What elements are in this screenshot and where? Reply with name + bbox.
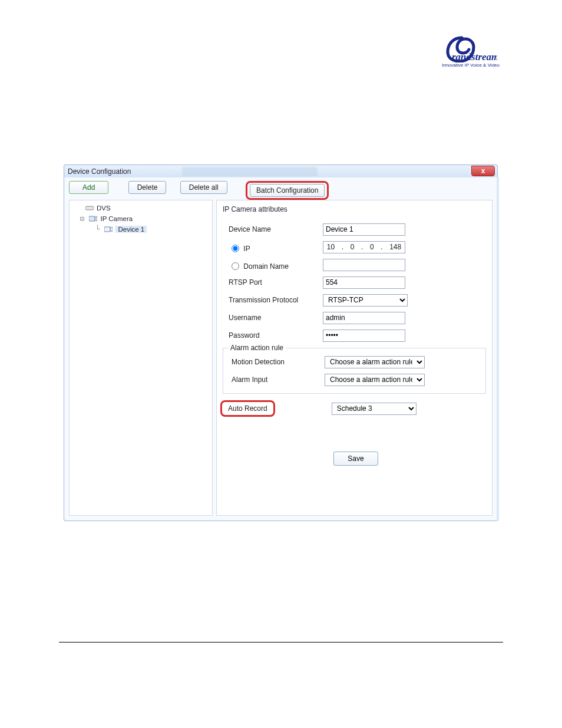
device-name-label: Device Name (223, 225, 323, 233)
grandstream-logo-icon: randstream (444, 34, 497, 62)
tree-branch-icon: └ (95, 225, 104, 233)
device-config-window: Device Configuation x Add Delete Delete … (64, 164, 498, 521)
alarm-legend: Alarm action rule (228, 344, 286, 352)
batch-config-highlight: Batch Configuration (246, 181, 329, 200)
delete-button[interactable]: Delete (128, 181, 167, 194)
delete-all-button[interactable]: Delete all (180, 181, 227, 194)
device-name-input[interactable] (323, 223, 405, 236)
pass-label: Password (223, 331, 323, 340)
proto-label: Transmission Protocol (223, 296, 323, 304)
add-button[interactable]: Add (69, 181, 108, 194)
proto-select[interactable]: RTSP-TCP (323, 294, 408, 307)
footer-rule (59, 642, 503, 643)
domain-input[interactable] (323, 259, 405, 271)
alarmin-label: Alarm Input (228, 375, 325, 384)
attributes-title: IP Camera attributes (223, 205, 486, 213)
tree-node-dvs[interactable]: DVS (72, 203, 210, 213)
domain-label: Domain Name (243, 262, 289, 271)
svg-marker-5 (110, 227, 113, 232)
rtsp-label: RTSP Port (223, 278, 323, 286)
window-edge (497, 177, 499, 521)
window-title: Device Configuation (68, 167, 131, 176)
svg-rect-1 (85, 206, 94, 210)
toolbar: Add Delete Delete all Batch Configuratio… (69, 181, 492, 196)
window-titlebar: Device Configuation x (64, 164, 498, 177)
ip-radio[interactable] (232, 245, 239, 252)
save-button[interactable]: Save (333, 452, 378, 466)
ip-octet-1: 10 (327, 243, 335, 251)
ip-octet-2: 0 (351, 243, 355, 251)
username-input[interactable] (323, 312, 405, 324)
auto-record-select[interactable]: Schedule 3 (332, 403, 416, 415)
close-icon: x (481, 167, 485, 175)
svg-marker-3 (95, 216, 97, 221)
domain-radio-row: Domain Name (223, 259, 323, 271)
alarm-fieldset: Alarm action rule Motion Detection Choos… (223, 348, 486, 394)
alarmin-select[interactable]: Choose a alarm action rule (325, 374, 425, 386)
ip-input[interactable]: 10. 0. 0. 148 (323, 241, 405, 253)
domain-radio[interactable] (232, 262, 239, 270)
brand-tagline: Innovative IP Voice & Video (438, 62, 503, 68)
svg-rect-2 (89, 216, 95, 221)
window-body: Add Delete Delete all Batch Configuratio… (64, 177, 498, 521)
svg-text:randstream: randstream (452, 51, 497, 62)
auto-record-highlight: Auto Record (220, 400, 275, 417)
motion-select[interactable]: Choose a alarm action rule (325, 356, 425, 368)
tree-label: Device 1 (115, 226, 147, 233)
window-close-button[interactable]: x (471, 166, 495, 176)
tree-label: DVS (97, 205, 111, 212)
user-label: Username (223, 314, 323, 322)
password-input[interactable] (323, 330, 405, 342)
ip-octet-4: 148 (389, 243, 401, 251)
tree-node-device1[interactable]: └ Device 1 (72, 224, 210, 235)
dvs-icon (85, 204, 94, 212)
brand-logo: randstream Innovative IP Voice & Video (438, 34, 503, 68)
motion-label: Motion Detection (228, 358, 325, 366)
attributes-panel: IP Camera attributes Device Name IP 10. … (216, 200, 492, 516)
titlebar-blur (182, 167, 318, 176)
device-tree: DVS ⊟ IP Camera └ Device 1 (69, 200, 213, 516)
camera-icon (104, 225, 113, 233)
rtsp-input[interactable] (323, 276, 405, 289)
auto-record-label: Auto Record (228, 404, 267, 413)
ip-radio-row: IP (223, 242, 323, 253)
tree-label: IP Camera (100, 215, 133, 222)
tree-node-ipcamera[interactable]: ⊟ IP Camera (72, 213, 210, 224)
ip-octet-3: 0 (370, 243, 374, 251)
ip-label: IP (243, 245, 250, 253)
svg-rect-4 (104, 227, 110, 232)
batch-config-button[interactable]: Batch Configuration (250, 184, 325, 197)
tree-expander-icon[interactable]: ⊟ (80, 215, 88, 223)
camera-group-icon (88, 215, 98, 223)
